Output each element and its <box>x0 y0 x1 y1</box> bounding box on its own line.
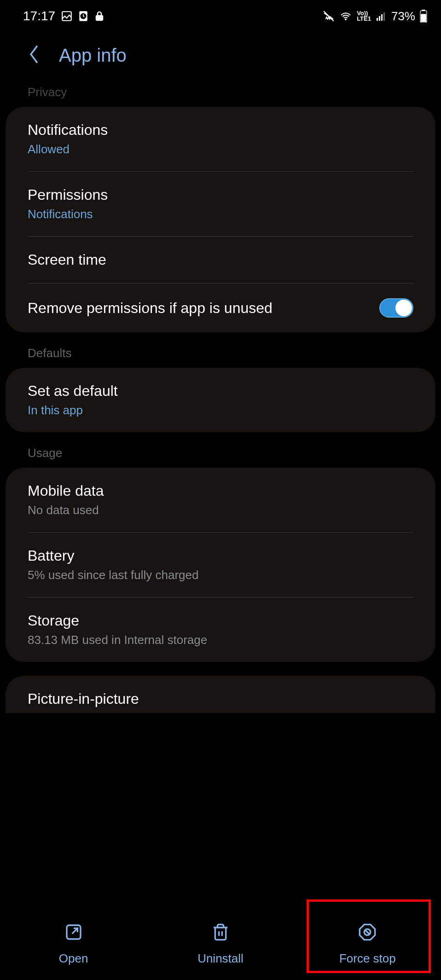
wifi-icon <box>339 11 352 22</box>
screentime-title: Screen time <box>28 251 106 268</box>
mobiledata-subtitle: No data used <box>28 503 104 517</box>
storage-subtitle: 83.13 MB used in Internal storage <box>28 633 207 647</box>
defaults-card: Set as default In this app <box>6 368 435 432</box>
screentime-row[interactable]: Screen time <box>6 237 435 283</box>
svg-rect-10 <box>421 14 426 22</box>
usage-card: Mobile data No data used Battery 5% used… <box>6 468 435 662</box>
uninstall-label: Uninstall <box>197 951 244 966</box>
notifications-title: Notifications <box>28 122 108 139</box>
svg-rect-3 <box>96 16 103 20</box>
battery-subtitle: 5% used since last fully charged <box>28 568 198 582</box>
section-usage-label: Usage <box>0 446 441 468</box>
svg-rect-5 <box>379 16 380 21</box>
open-label: Open <box>59 951 88 966</box>
removeperms-title: Remove permissions if app is unused <box>28 300 273 317</box>
permissions-subtitle: Notifications <box>28 207 108 221</box>
clock-card-icon <box>77 10 89 22</box>
uninstall-button[interactable]: Uninstall <box>147 909 294 980</box>
stop-icon <box>358 923 377 943</box>
vibrate-icon <box>323 10 335 22</box>
lock-icon <box>94 10 105 22</box>
force-stop-button[interactable]: Force stop <box>294 909 441 980</box>
battery-percentage: 73% <box>391 9 415 23</box>
open-button[interactable]: Open <box>0 909 147 980</box>
pip-card[interactable]: Picture-in-picture <box>6 676 435 713</box>
trash-icon <box>211 923 230 943</box>
page-title: App info <box>59 45 127 66</box>
volte-icon: Vo))LTE1 <box>357 11 371 22</box>
image-icon <box>61 10 73 22</box>
status-left-icons <box>61 10 105 22</box>
svg-rect-4 <box>377 18 378 21</box>
battery-icon <box>420 10 427 23</box>
removeperms-toggle[interactable] <box>379 298 413 318</box>
status-bar: 17:17 Vo))LTE1 73% <box>0 0 441 28</box>
status-time: 17:17 <box>23 9 55 23</box>
svg-rect-6 <box>381 14 383 21</box>
permissions-title: Permissions <box>28 186 108 203</box>
storage-title: Storage <box>28 612 207 629</box>
setdefault-title: Set as default <box>28 383 118 400</box>
pip-title: Picture-in-picture <box>28 690 139 707</box>
signal-icon <box>376 11 387 22</box>
section-defaults-label: Defaults <box>0 346 441 368</box>
notifications-row[interactable]: Notifications Allowed <box>6 107 435 171</box>
svg-rect-7 <box>383 12 385 21</box>
battery-row[interactable]: Battery 5% used since last fully charged <box>6 533 435 597</box>
back-icon[interactable] <box>28 44 41 67</box>
toggle-knob <box>395 300 412 316</box>
status-right: Vo))LTE1 73% <box>323 9 427 23</box>
open-icon <box>64 923 83 943</box>
mobiledata-row[interactable]: Mobile data No data used <box>6 468 435 532</box>
setdefault-row[interactable]: Set as default In this app <box>6 368 435 432</box>
notifications-subtitle: Allowed <box>28 142 108 157</box>
bottom-nav: Open Uninstall Force stop <box>0 902 441 980</box>
status-left: 17:17 <box>23 9 105 23</box>
setdefault-subtitle: In this app <box>28 403 118 418</box>
permissions-row[interactable]: Permissions Notifications <box>6 172 435 236</box>
force-stop-label: Force stop <box>339 951 396 966</box>
header: App info <box>0 28 441 85</box>
section-privacy-label: Privacy <box>0 85 441 107</box>
storage-row[interactable]: Storage 83.13 MB used in Internal storag… <box>6 597 435 662</box>
mobiledata-title: Mobile data <box>28 482 104 499</box>
battery-title: Battery <box>28 547 198 564</box>
removeperms-row[interactable]: Remove permissions if app is unused <box>6 284 435 332</box>
privacy-card: Notifications Allowed Permissions Notifi… <box>6 107 435 332</box>
